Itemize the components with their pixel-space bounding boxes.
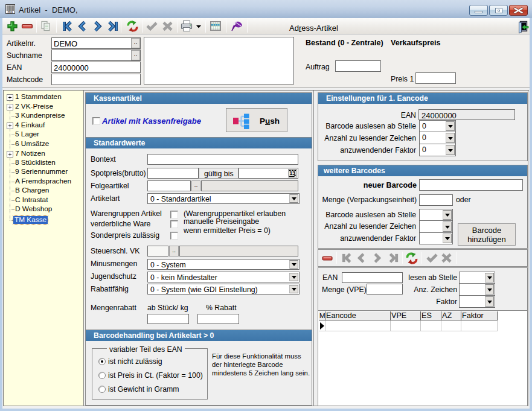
svg-text:13: 13	[290, 170, 296, 176]
svg-text:369: 369	[7, 10, 13, 14]
